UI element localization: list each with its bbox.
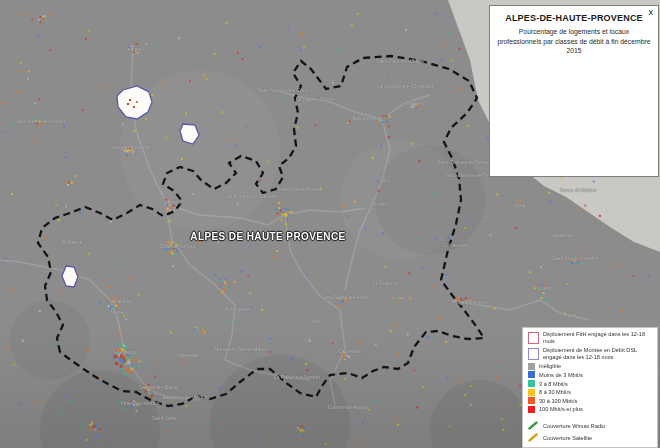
legend-coverage-items: Couverture Wimax RadioCouverture Satelli…	[528, 420, 657, 444]
legend-zone-items: Déploiement FttH engagé dans les 12-18 m…	[528, 331, 657, 361]
legend-item-label: Couverture Satellite	[543, 435, 592, 441]
legend-item-label: 30 à 100 Mbit/s	[539, 398, 577, 404]
legend-item-label: Déploiement FttH engagé dans les 12-18 m…	[543, 331, 657, 346]
legend-item-label: Inéligible	[539, 363, 561, 369]
color-swatch	[528, 371, 535, 378]
panel-subtitle: Pourcentage de logements et locaux profe…	[490, 27, 658, 56]
close-icon[interactable]: x	[649, 8, 654, 17]
legend-item-coverage: Couverture Satellite	[528, 432, 657, 444]
legend-item-class: 30 à 100 Mbit/s	[528, 396, 657, 405]
color-swatch	[528, 397, 535, 404]
zone-border-swatch	[528, 332, 539, 344]
info-panel: x ALPES-DE-HAUTE-PROVENCE Pourcentage de…	[489, 5, 659, 177]
legend-item-label: 8 à 30 Mbit/s	[539, 389, 571, 395]
satellite-icon	[528, 433, 539, 442]
wimax-radio-icon	[528, 421, 539, 430]
legend-item-label: Déploiement de Montée en Débit DSL engag…	[543, 347, 657, 362]
color-swatch	[528, 363, 535, 370]
legend-item-class: Inéligible	[528, 362, 657, 371]
panel-title: ALPES-DE-HAUTE-PROVENCE	[490, 13, 658, 23]
legend-item-label: Moins de 3 Mbit/s	[539, 372, 583, 378]
legend-item-class: Moins de 3 Mbit/s	[528, 371, 657, 380]
legend-item-label: 100 Mbit/s et plus	[539, 406, 583, 412]
map-viewport: VeynesLaragne-MontéglinSaint-André-de-Ro…	[0, 0, 660, 448]
legend-item-zone: Déploiement de Montée en Débit DSL engag…	[528, 347, 657, 362]
legend-item-class: 8 à 30 Mbit/s	[528, 388, 657, 397]
region-label: ALPES DE HAUTE PROVENCE	[168, 231, 368, 242]
legend-panel: Déploiement FttH engagé dans les 12-18 m…	[522, 327, 658, 448]
zone-border-swatch	[528, 348, 539, 360]
color-swatch	[528, 380, 535, 387]
color-swatch	[528, 389, 535, 396]
legend-item-class: 100 Mbit/s et plus	[528, 405, 657, 414]
legend-item-coverage: Couverture Wimax Radio	[528, 420, 657, 432]
color-swatch	[528, 406, 535, 413]
legend-item-label: Couverture Wimax Radio	[543, 423, 606, 429]
legend-item-label: 3 à 8 Mbit/s	[539, 381, 568, 387]
legend-item-zone: Déploiement FttH engagé dans les 12-18 m…	[528, 331, 657, 346]
legend-item-class: 3 à 8 Mbit/s	[528, 379, 657, 388]
legend-class-items: InéligibleMoins de 3 Mbit/s3 à 8 Mbit/s8…	[528, 362, 657, 414]
